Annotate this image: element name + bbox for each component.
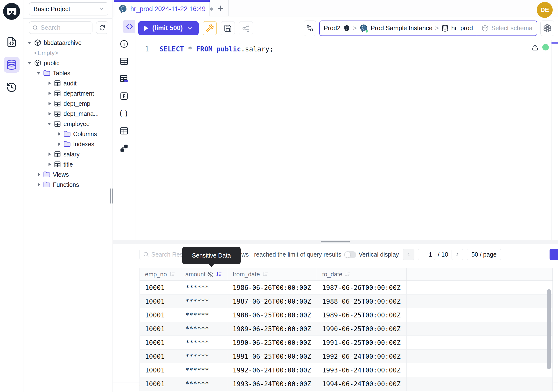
instance-status-dot — [365, 30, 368, 33]
chevron-right-icon[interactable] — [48, 112, 52, 116]
editor-side-strip: () — [113, 17, 135, 240]
editor-overview-marker — [551, 42, 558, 44]
chevron-right-icon[interactable] — [37, 183, 41, 187]
results-scrollbar-thumb[interactable] — [547, 289, 551, 369]
table-icon — [54, 80, 61, 87]
worksheet-tab[interactable]: hr_prod 2024-11-22 16:49 — [114, 0, 210, 17]
sidebar-search-input[interactable] — [41, 24, 89, 31]
chevron-right-icon[interactable] — [48, 102, 52, 105]
export-button[interactable] — [549, 249, 558, 260]
cell-from-date: 1992-06-24T00:00:00Z — [227, 363, 317, 377]
result-table-icon[interactable] — [117, 124, 131, 138]
parentheses-icon[interactable]: () — [117, 107, 131, 120]
chevron-down-icon[interactable] — [28, 61, 32, 65]
chevron-right-icon[interactable] — [48, 91, 52, 95]
database-label: hr_prod — [451, 24, 473, 32]
upload-icon[interactable] — [532, 44, 539, 51]
sort-icon[interactable] — [344, 271, 351, 278]
run-query-button[interactable]: (limit 500) — [138, 21, 199, 35]
column-header-from-date[interactable]: from_date — [227, 268, 317, 281]
results-panel: ws - reached the limit of query results … — [113, 244, 558, 383]
schema-diagram-icon[interactable] — [117, 141, 131, 155]
chevron-down-icon[interactable] — [48, 122, 52, 126]
tables-panel-icon[interactable] — [117, 54, 131, 68]
environment-label: Prod2 — [324, 24, 340, 32]
vertical-display-toggle[interactable] — [344, 251, 356, 258]
cell-to-date: 1991-06-25T00:00:00Z — [317, 336, 407, 349]
sidebar-search-row — [23, 18, 112, 34]
share-button[interactable] — [239, 21, 253, 35]
next-page-button[interactable] — [452, 249, 463, 260]
tree-item-dept-mana[interactable]: dept_mana... — [23, 109, 112, 119]
tree-item-audit[interactable]: audit — [23, 78, 112, 88]
chevron-right-icon[interactable] — [57, 132, 61, 136]
chevron-right-icon[interactable] — [48, 162, 52, 166]
save-button[interactable] — [221, 21, 235, 35]
result-grid-header-row: emp_no amount from_date — [140, 268, 553, 281]
cell-emp-no: 10001 — [140, 308, 180, 322]
tree-item-indexes[interactable]: Indexes — [23, 139, 112, 149]
user-avatar[interactable]: DE — [537, 2, 553, 18]
masked-data-icon[interactable] — [117, 72, 131, 86]
tree-item-salary[interactable]: salary — [23, 149, 112, 159]
select-schema-button[interactable]: Select schema — [477, 21, 537, 35]
search-icon — [32, 25, 38, 31]
refresh-schema-button[interactable] — [96, 21, 108, 34]
cell-emp-no: 10001 — [140, 349, 180, 363]
functions-panel-icon[interactable] — [117, 89, 131, 103]
pagination: / 10 50 / page — [403, 249, 501, 260]
chevron-right-icon[interactable] — [57, 142, 61, 146]
panel-resize-handle[interactable] — [113, 240, 558, 244]
sort-icon-active[interactable] — [216, 271, 222, 278]
connection-context[interactable]: Prod2 > Prod Sample Instance > — [320, 21, 477, 35]
code-view-icon[interactable] — [122, 20, 136, 33]
tree-item-empty[interactable]: <Empty> — [23, 48, 112, 58]
tree-item-tables[interactable]: Tables — [23, 68, 112, 78]
tree-item-label: public — [44, 60, 59, 67]
chevron-down-icon[interactable] — [28, 41, 32, 45]
page-size-select[interactable]: 50 / page — [467, 249, 501, 260]
cell-emp-no: 10001 — [140, 377, 180, 391]
tree-item-bbdataarchive[interactable]: bbdataarchive — [23, 38, 112, 48]
sensitive-data-tooltip: Sensitive Data — [182, 247, 241, 264]
tree-item-views[interactable]: Views — [23, 169, 112, 180]
chevron-down-icon[interactable] — [37, 71, 41, 75]
tree-item-department[interactable]: department — [23, 88, 112, 98]
history-icon[interactable] — [4, 79, 19, 95]
cell-emp-no: 10001 — [140, 336, 180, 349]
page-number-input[interactable] — [418, 249, 436, 260]
chevron-right-icon[interactable] — [48, 81, 52, 85]
tree-item-label: Tables — [53, 70, 70, 77]
batch-query-icon[interactable] — [304, 20, 316, 36]
chevron-right-icon[interactable] — [37, 173, 41, 176]
column-header-emp-no[interactable]: emp_no — [140, 268, 180, 281]
format-sql-button[interactable] — [203, 21, 217, 35]
column-header-to-date[interactable]: to_date — [317, 268, 407, 281]
column-header-amount[interactable]: amount — [180, 268, 227, 281]
sort-icon[interactable] — [262, 271, 268, 278]
tree-item-functions[interactable]: Functions — [23, 180, 112, 190]
tree-item-title[interactable]: title — [23, 159, 112, 169]
table-icon — [54, 161, 61, 168]
tree-item-public[interactable]: public — [23, 58, 112, 68]
database-icon[interactable] — [4, 57, 19, 73]
sql-editor[interactable]: 1 SELECT * FROM public.salary; — [135, 40, 558, 240]
tree-item-columns[interactable]: Columns — [23, 129, 112, 139]
prev-page-button[interactable] — [403, 249, 414, 260]
chevron-right-icon[interactable] — [48, 152, 52, 156]
cell-from-date: 1993-06-24T00:00:00Z — [227, 377, 317, 391]
bytebase-logo[interactable] — [3, 3, 20, 20]
tree-item-employee[interactable]: employee — [23, 119, 112, 129]
tree-item-dept-emp[interactable]: dept_emp — [23, 98, 112, 109]
info-icon[interactable] — [117, 37, 131, 51]
tree-item-label: Views — [53, 171, 69, 178]
sidebar-resize-handle[interactable] — [110, 189, 113, 203]
project-select[interactable]: Basic Project — [29, 2, 108, 16]
new-tab-button[interactable]: + — [213, 0, 228, 17]
cell-amount: ****** — [180, 377, 227, 391]
project-row: Basic Project — [23, 0, 112, 18]
ai-assistant-icon[interactable] — [541, 20, 554, 36]
worksheet-icon[interactable] — [4, 34, 19, 50]
app-root: Basic Project bbdataarchive<Empty>public… — [0, 0, 558, 392]
sort-icon[interactable] — [169, 271, 175, 278]
